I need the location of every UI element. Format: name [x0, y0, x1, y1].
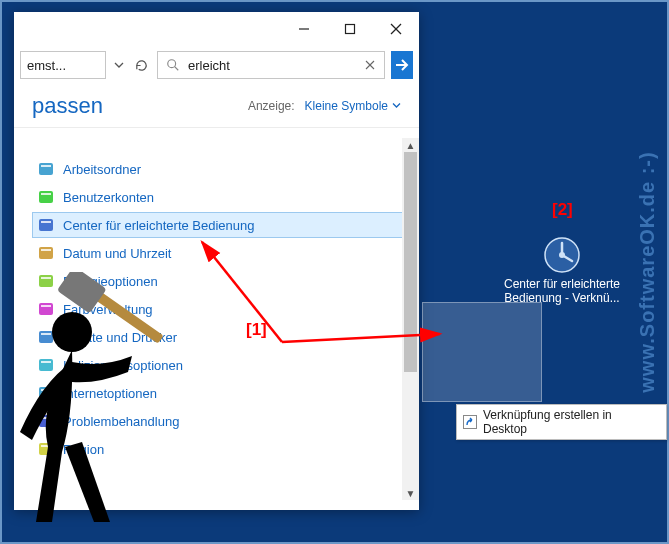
svg-rect-9 — [39, 163, 53, 175]
control-panel-item[interactable]: Internetoptionen — [32, 380, 404, 406]
item-icon — [37, 356, 55, 374]
svg-point-32 — [559, 252, 565, 258]
item-label: Center für erleichterte Bedienung — [63, 218, 255, 233]
control-panel-item[interactable]: Farbverwaltung — [32, 296, 404, 322]
svg-rect-29 — [39, 443, 53, 455]
view-mode-value: Kleine Symbole — [305, 99, 388, 113]
svg-rect-30 — [41, 445, 51, 447]
control-panel-item[interactable]: Arbeitsordner — [32, 156, 404, 182]
annotation-marker-2: [2] — [552, 200, 573, 220]
svg-rect-24 — [41, 361, 51, 363]
item-icon — [37, 384, 55, 402]
item-label: Internetoptionen — [63, 386, 157, 401]
control-panel-item[interactable]: Geräte und Drucker — [32, 324, 404, 350]
svg-rect-26 — [41, 389, 51, 391]
item-icon — [37, 188, 55, 206]
svg-rect-15 — [39, 247, 53, 259]
desktop-shortcut-label: Center für erleichterte Bedienung - Verk… — [492, 277, 632, 305]
shortcut-arrow-icon — [463, 415, 477, 429]
control-panel-list: ArbeitsordnerBenutzerkontenCenter für er… — [32, 156, 404, 462]
control-panel-item[interactable]: Datum und Uhrzeit — [32, 240, 404, 266]
search-box[interactable] — [157, 51, 385, 79]
minimize-button[interactable] — [281, 12, 327, 46]
address-dropdown-button[interactable] — [112, 51, 127, 79]
scroll-up-button[interactable]: ▲ — [402, 138, 419, 152]
item-label: Region — [63, 442, 104, 457]
scroll-thumb[interactable] — [404, 152, 417, 372]
page-title-fragment: passen — [32, 93, 103, 119]
content-area: ArbeitsordnerBenutzerkontenCenter für er… — [14, 128, 419, 510]
address-box[interactable]: emst... — [20, 51, 106, 79]
search-input[interactable] — [188, 58, 356, 73]
svg-rect-18 — [41, 277, 51, 279]
item-icon — [37, 216, 55, 234]
search-go-button[interactable] — [391, 51, 413, 79]
svg-line-5 — [175, 67, 179, 71]
drag-tooltip: Verknüpfung erstellen in Desktop — [456, 404, 667, 440]
close-button[interactable] — [373, 12, 419, 46]
watermark-text: www.SoftwareOK.de :-) — [636, 151, 659, 392]
refresh-button[interactable] — [133, 51, 151, 79]
item-label: Geräte und Drucker — [63, 330, 177, 345]
item-icon — [37, 300, 55, 318]
clear-search-button[interactable] — [356, 60, 384, 70]
control-panel-item[interactable]: Problembehandlung — [32, 408, 404, 434]
subheader: passen Anzeige: Kleine Symbole — [14, 84, 419, 128]
chevron-down-icon — [392, 101, 401, 110]
view-mode-dropdown[interactable]: Kleine Symbole — [305, 99, 401, 113]
control-panel-item[interactable]: Region — [32, 436, 404, 462]
svg-rect-17 — [39, 275, 53, 287]
scrollbar[interactable]: ▲ ▼ — [402, 138, 419, 500]
scroll-down-button[interactable]: ▼ — [402, 486, 419, 500]
svg-rect-10 — [41, 165, 51, 167]
svg-rect-21 — [39, 331, 53, 343]
svg-rect-19 — [39, 303, 53, 315]
desktop-shortcut[interactable]: Center für erleichterte Bedienung - Verk… — [492, 237, 632, 305]
item-icon — [37, 328, 55, 346]
control-panel-window: emst... passen — [14, 12, 419, 510]
svg-rect-12 — [41, 193, 51, 195]
control-panel-item[interactable]: Indizierungsoptionen — [32, 352, 404, 378]
svg-rect-14 — [41, 221, 51, 223]
item-icon — [37, 244, 55, 262]
item-label: Arbeitsordner — [63, 162, 141, 177]
desktop: www.SoftwareOK.de :-) emst... — [0, 0, 669, 544]
item-label: Benutzerkonten — [63, 190, 154, 205]
svg-rect-11 — [39, 191, 53, 203]
drag-tooltip-text: Verknüpfung erstellen in Desktop — [483, 408, 658, 436]
svg-rect-23 — [39, 359, 53, 371]
maximize-button[interactable] — [327, 12, 373, 46]
nav-row: emst... — [14, 46, 419, 84]
svg-rect-13 — [39, 219, 53, 231]
svg-rect-1 — [346, 25, 355, 34]
titlebar — [14, 12, 419, 46]
svg-point-4 — [168, 60, 176, 68]
svg-rect-25 — [39, 387, 53, 399]
svg-rect-28 — [41, 417, 51, 419]
item-label: Energieoptionen — [63, 274, 158, 289]
svg-rect-16 — [41, 249, 51, 251]
item-icon — [37, 440, 55, 458]
svg-rect-27 — [39, 415, 53, 427]
search-icon — [158, 58, 188, 72]
control-panel-item[interactable]: Benutzerkonten — [32, 184, 404, 210]
item-label: Problembehandlung — [63, 414, 179, 429]
svg-rect-22 — [41, 333, 51, 335]
svg-rect-20 — [41, 305, 51, 307]
ease-of-access-icon — [544, 237, 580, 273]
item-label: Datum und Uhrzeit — [63, 246, 171, 261]
address-text: emst... — [27, 58, 66, 73]
control-panel-item[interactable]: Energieoptionen — [32, 268, 404, 294]
drag-ghost-preview — [422, 302, 542, 402]
annotation-marker-1: [1] — [246, 320, 267, 340]
control-panel-item[interactable]: Center für erleichterte Bedienung — [32, 212, 404, 238]
item-label: Indizierungsoptionen — [63, 358, 183, 373]
item-icon — [37, 272, 55, 290]
item-icon — [37, 160, 55, 178]
view-label: Anzeige: — [248, 99, 295, 113]
item-label: Farbverwaltung — [63, 302, 153, 317]
item-icon — [37, 412, 55, 430]
